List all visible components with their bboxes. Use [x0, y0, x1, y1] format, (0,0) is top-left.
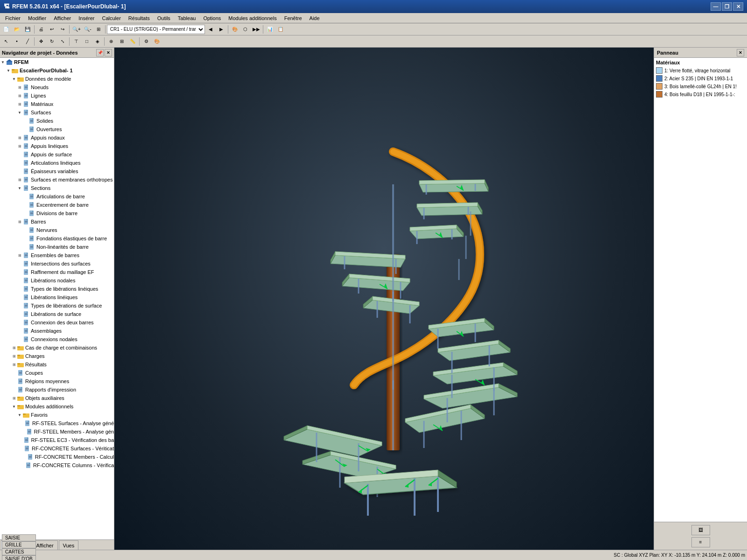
view-iso[interactable]: ◈ [92, 36, 103, 47]
select-btn[interactable]: ↖ [1, 36, 11, 47]
redo-btn[interactable]: ↪ [57, 24, 68, 35]
zoom-in-btn[interactable]: 🔍+ [71, 24, 82, 35]
tree-expand-materials[interactable]: ⊞ [17, 102, 22, 106]
tree-item-model-data[interactable]: ▼Données de modèle [0, 75, 114, 83]
panel-close-btn[interactable]: ✕ [737, 49, 744, 56]
tree-item-fe-mesh[interactable]: Raffinement du maillage EF [0, 268, 114, 276]
wire-btn[interactable]: ⬡ [240, 24, 251, 35]
panel-bottom-btn-1[interactable]: 🖼 [691, 525, 710, 535]
prev-btn[interactable]: ◀ [205, 24, 216, 35]
status-item-cartes[interactable]: CARTES [2, 548, 36, 555]
tree-item-openings[interactable]: Ouvertures [0, 125, 114, 133]
tree-item-surfaces[interactable]: ▼Surfaces [0, 108, 114, 117]
tree-expand-model-data[interactable]: ▼ [11, 77, 17, 81]
print-btn[interactable]: 🖨 [36, 24, 46, 35]
snap-btn[interactable]: ⊕ [106, 36, 116, 47]
tree-item-lines[interactable]: ⊞Lignes [0, 91, 114, 100]
node-btn[interactable]: • [12, 36, 22, 47]
tree-expand-sections[interactable]: ▼ [17, 186, 22, 190]
new-btn[interactable]: 📄 [1, 24, 11, 35]
menu-item-afficher[interactable]: Afficher [50, 14, 74, 22]
results-btn[interactable]: 📊 [265, 24, 275, 35]
tree-item-rf-steel-ec3[interactable]: RF-STEEL EC3 - Vérification des ba [0, 436, 114, 444]
tree-item-rf-concrete-col[interactable]: RF-CONCRETE Columns - Vérifica [0, 461, 114, 469]
tree-item-line-releases[interactable]: Libérations linéiques [0, 293, 114, 301]
status-item-grille[interactable]: GRILLE [2, 541, 36, 548]
tree-expand-rfem[interactable]: ▼ [0, 60, 6, 64]
tree-item-average-regions[interactable]: Régions moyennes [0, 377, 114, 385]
nav-tab-display[interactable]: Afficher [32, 540, 57, 550]
tree-item-load-cases[interactable]: ⊞Cas de charge et combinaisons [0, 343, 114, 352]
tree-expand-bar-sets[interactable]: ⊞ [17, 253, 22, 258]
close-btn[interactable]: ✕ [733, 2, 743, 11]
tree-item-results[interactable]: ⊞Résultats [0, 360, 114, 369]
tree-item-sections[interactable]: ▼Sections [0, 184, 114, 192]
tree-item-print-reports[interactable]: Rapports d'impression [0, 385, 114, 394]
tree-expand-nodes[interactable]: ⊞ [17, 85, 22, 90]
tree-item-surface-intersections[interactable]: Intersections des surfaces [0, 259, 114, 268]
tree-item-nonlinearities[interactable]: Non-linéarités de barre [0, 243, 114, 251]
tree-item-line-release-types[interactable]: Types de libérations linéiques [0, 285, 114, 293]
menu-item-insrer[interactable]: Insérer [75, 14, 98, 22]
tree-item-aux-objects[interactable]: ⊞Objets auxiliaires [0, 394, 114, 402]
material-item-mat3[interactable]: 3: Bois lamellé-collé GL24h | EN 1! [656, 83, 745, 90]
menu-item-outils[interactable]: Outils [154, 14, 174, 22]
tree-item-rfem[interactable]: ▼RFEM [0, 58, 114, 66]
menu-item-fentre[interactable]: Fenêtre [281, 14, 305, 22]
view-top[interactable]: ⊤ [71, 36, 81, 47]
tree-item-bar-divisions[interactable]: Divisions de barre [0, 209, 114, 217]
nav-close-btn[interactable]: ✕ [105, 49, 112, 56]
tree-item-bar-connection[interactable]: Connexion des deux barres [0, 318, 114, 327]
title-bar-controls[interactable]: — ❐ ✕ [711, 2, 743, 11]
open-btn[interactable]: 📂 [12, 24, 22, 35]
tree-item-nodal-releases[interactable]: Libérations nodales [0, 276, 114, 285]
tree-item-surface-releases[interactable]: Libérations de surface [0, 310, 114, 318]
tree-expand-surfaces[interactable]: ▼ [17, 111, 22, 115]
tree-expand-lines[interactable]: ⊞ [17, 94, 22, 98]
tree-item-variable-thickness[interactable]: Épaisseurs variables [0, 167, 114, 175]
calc-btn[interactable]: ▶▶ [251, 24, 261, 35]
panel-bottom-btn-2[interactable]: ≡ [691, 537, 710, 547]
render-btn[interactable]: 🎨 [230, 24, 240, 35]
scale-btn[interactable]: ⤡ [57, 36, 68, 47]
rotate-btn[interactable]: ↻ [47, 36, 57, 47]
table-btn[interactable]: 📋 [275, 24, 286, 35]
menu-item-options[interactable]: Options [200, 14, 224, 22]
menu-item-rsultats[interactable]: Résultats [125, 14, 153, 22]
tree-item-favorites[interactable]: ▼Favoris [0, 411, 114, 419]
display-settings[interactable]: ⚙ [141, 36, 151, 47]
menu-item-tableau[interactable]: Tableau [175, 14, 199, 22]
tree-item-line-articulations[interactable]: Articulations linéiques [0, 159, 114, 167]
tree-item-nerves[interactable]: Nervures [0, 226, 114, 234]
tree-expand-line-supports[interactable]: ⊞ [17, 144, 22, 148]
color-mode[interactable]: 🎨 [152, 36, 162, 47]
next-btn[interactable]: ▶ [216, 24, 226, 35]
tree-item-rf-concrete-surf[interactable]: RF-CONCRETE Surfaces - Vériticat [0, 444, 114, 453]
tree-item-sections-cuts[interactable]: Coupes [0, 369, 114, 377]
zoom-all-btn[interactable]: ⊞ [93, 24, 104, 35]
tree-expand-load-cases[interactable]: ⊞ [11, 346, 17, 350]
tree-item-rf-steel-mem[interactable]: RF-STEEL Members - Analyse gén [0, 427, 114, 436]
tree-item-materials[interactable]: ⊞Matériaux [0, 100, 114, 108]
3d-viewport[interactable] [114, 48, 654, 550]
tree-expand-favorites[interactable]: ▼ [17, 413, 22, 417]
tree-item-project[interactable]: ▼EscalierPourDlubal- 1 [0, 66, 114, 75]
tree-item-rf-concrete-mem[interactable]: RF-CONCRETE Members - Calcul [0, 453, 114, 461]
tree-expand-nodal-supports[interactable]: ⊞ [17, 136, 22, 140]
nav-tab-views[interactable]: Vues [59, 540, 79, 550]
nav-pin-btn[interactable]: 📌 [96, 49, 104, 56]
tree-expand-charges[interactable]: ⊞ [11, 354, 17, 358]
tree-expand-surfaces-membranes[interactable]: ⊞ [17, 178, 22, 182]
tree-item-line-supports[interactable]: ⊞Appuis linéiques [0, 142, 114, 150]
line-btn[interactable]: ╱ [22, 36, 33, 47]
tree-item-surfaces-membranes[interactable]: ⊞Surfaces et membranes orthotropes [0, 175, 114, 184]
material-item-mat1[interactable]: 1: Verre flotté, vitrage horizontal [656, 67, 745, 74]
measure-btn[interactable]: 📏 [127, 36, 138, 47]
tree-expand-aux-objects[interactable]: ⊞ [11, 396, 17, 400]
load-case-combo[interactable]: CR1 - ELU (STR/GEO) - Permanent / trar [107, 25, 205, 34]
tree-item-assemblies[interactable]: Assemblages [0, 327, 114, 335]
undo-btn[interactable]: ↩ [47, 24, 57, 35]
menu-item-modulesadditionnels[interactable]: Modules additionnels [225, 14, 280, 22]
menu-item-modifier[interactable]: Modifier [25, 14, 49, 22]
tree-item-bar-articulations[interactable]: Articulations de barre [0, 192, 114, 201]
